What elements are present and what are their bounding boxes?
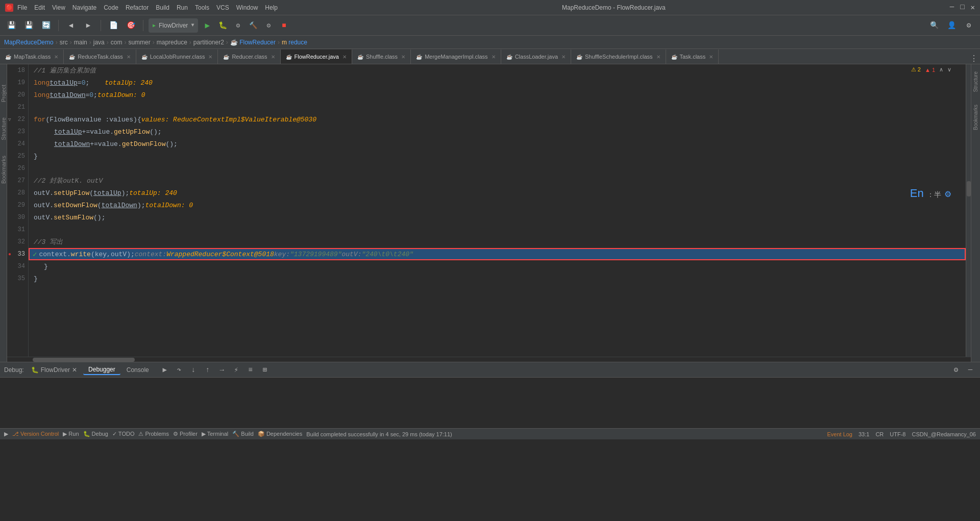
bc-java[interactable]: java: [93, 39, 105, 46]
expand-bottom-panel-icon[interactable]: ▶: [4, 431, 8, 437]
code-line-29[interactable]: outV. setDownFlow ( totalDown ); totalDo…: [29, 199, 966, 211]
sync-button[interactable]: 🔄: [39, 18, 53, 33]
save-all-button[interactable]: 💾: [21, 18, 36, 33]
save-button[interactable]: 💾: [4, 18, 18, 33]
tab-close-shufflescheduler[interactable]: ✕: [656, 54, 660, 60]
code-line-34[interactable]: }: [29, 260, 966, 272]
select-target-button[interactable]: 🎯: [124, 18, 138, 33]
project-panel-label[interactable]: Project: [1, 85, 7, 102]
bc-partitioner2[interactable]: partitioner2: [193, 39, 224, 46]
tab-close-mergemanager[interactable]: ✕: [492, 54, 496, 60]
scroll-thumb[interactable]: [967, 181, 971, 196]
search-button[interactable]: 🔍: [927, 18, 941, 33]
bc-mapreduce[interactable]: mapreduce: [157, 39, 187, 46]
title-bar-controls[interactable]: ─ □ ✕: [950, 3, 975, 12]
code-line-20[interactable]: long totalDown = 0 ; totalDown: 0: [29, 89, 966, 101]
code-line-25[interactable]: }: [29, 150, 966, 162]
debug-step-over-button[interactable]: ↷: [174, 364, 185, 376]
tab-close-task[interactable]: ✕: [709, 54, 713, 60]
user-button[interactable]: 👤: [944, 18, 959, 33]
debug-bottom-label[interactable]: 🐛 Debug: [83, 431, 108, 437]
minimize-button[interactable]: ─: [950, 3, 954, 12]
code-line-23[interactable]: totalUp += value. getUpFlow ();: [29, 126, 966, 138]
maximize-button[interactable]: □: [960, 3, 964, 12]
menu-tools[interactable]: Tools: [195, 4, 209, 11]
menu-window[interactable]: Window: [236, 4, 258, 11]
tab-task[interactable]: ☕ Task.class ✕: [666, 49, 719, 64]
tab-shufflescheduler[interactable]: ☕ ShuffleSchedulerImpl.class ✕: [571, 49, 666, 64]
settings-lang-icon[interactable]: ⚙: [944, 190, 951, 199]
menu-file[interactable]: File: [17, 4, 27, 11]
menu-edit[interactable]: Edit: [34, 4, 45, 11]
debug-close-icon[interactable]: ✕: [72, 366, 77, 374]
code-line-21[interactable]: [29, 101, 966, 113]
code-line-35[interactable]: }: [29, 272, 966, 285]
version-control-label[interactable]: ⎇ Version Control: [12, 431, 59, 437]
code-line-18[interactable]: //1 遍历集合累加值: [29, 64, 966, 77]
debug-tab-console[interactable]: Console: [121, 365, 154, 375]
bc-method[interactable]: m reduce: [282, 39, 307, 46]
menu-vcs[interactable]: VCS: [216, 4, 229, 11]
close-button[interactable]: ✕: [971, 3, 975, 12]
tab-localjobrunner[interactable]: ☕ LocalJobRunner.class ✕: [136, 49, 218, 64]
tab-close-reducetask[interactable]: ✕: [127, 54, 131, 60]
debug-frames-button[interactable]: ≡: [245, 364, 256, 376]
bc-summer[interactable]: summer: [128, 39, 150, 46]
code-line-30[interactable]: outV. setSumFlow ();: [29, 211, 966, 224]
back-button[interactable]: ◀: [64, 18, 78, 33]
tab-close-shuffle[interactable]: ✕: [401, 54, 405, 60]
run-config-dropdown-icon[interactable]: ▼: [191, 22, 194, 28]
tab-close-flowreducer[interactable]: ✕: [342, 54, 347, 60]
debug-settings-button[interactable]: ⚙: [950, 364, 962, 376]
debug-step-out-button[interactable]: ↑: [202, 364, 213, 376]
debug-threads-button[interactable]: ⊞: [259, 364, 271, 376]
code-line-32[interactable]: //3 写出: [29, 236, 966, 248]
tab-close-localjobrunner[interactable]: ✕: [208, 54, 212, 60]
tab-close-maptask[interactable]: ✕: [54, 54, 58, 60]
debug-tab-debugger[interactable]: Debugger: [83, 365, 120, 375]
tab-flowreducer[interactable]: ☕ FlowReducer.java ✕: [281, 49, 352, 64]
code-line-28[interactable]: outV. setUpFlow ( totalUp ); totalUp: 24…: [29, 187, 966, 199]
code-line-22[interactable]: for ( FlowBean value : values ) { values…: [29, 113, 966, 126]
debug-run-to-cursor-button[interactable]: →: [216, 364, 228, 376]
dependencies-label[interactable]: 📦 Dependencies: [258, 431, 302, 437]
structure-panel-label[interactable]: Structure: [1, 117, 7, 140]
run-button[interactable]: ▶: [201, 19, 213, 32]
horizontal-scrollbar[interactable]: [7, 357, 971, 362]
code-line-19[interactable]: long totalUp = 0 ; totalUp: 240: [29, 77, 966, 89]
build-label[interactable]: 🔨 Build: [232, 431, 254, 437]
problems-label[interactable]: ⚠ Problems: [138, 431, 169, 437]
minimap-scrollbar[interactable]: [966, 64, 971, 357]
tab-close-classloader[interactable]: ✕: [561, 54, 566, 60]
bc-class[interactable]: ☕ FlowReducer: [230, 39, 276, 46]
run-configuration[interactable]: ▶ FlowDriver ▼: [149, 18, 198, 33]
bookmarks-panel-right[interactable]: Bookmarks: [973, 105, 978, 130]
breakpoint-icon-33[interactable]: ●: [8, 252, 11, 257]
code-content[interactable]: ⚠ 2 ▲ 1 ∧ ∨ //1 遍历集合累加值 long totalUp = 0…: [29, 64, 966, 357]
menu-help[interactable]: Help: [265, 4, 278, 11]
terminal-label[interactable]: ▶ Terminal: [202, 431, 228, 437]
tab-classloader[interactable]: ☕ ClassLoader.java ✕: [501, 49, 571, 64]
debug-step-into-button[interactable]: ↓: [188, 364, 199, 376]
event-log-label[interactable]: Event Log: [827, 431, 852, 437]
menu-build[interactable]: Build: [156, 4, 169, 11]
menu-run[interactable]: Run: [177, 4, 188, 11]
tab-close-reducer[interactable]: ✕: [271, 54, 275, 60]
tab-reducer[interactable]: ☕ Reducer.class ✕: [218, 49, 280, 64]
debug-resume-button[interactable]: ▶: [159, 364, 170, 376]
bc-project[interactable]: MapReduceDemo: [4, 39, 54, 46]
code-line-33[interactable]: ✓ context. write ( key , outV ); context…: [29, 248, 966, 260]
run-label[interactable]: ▶ Run: [63, 431, 79, 437]
debug-minimize-button[interactable]: ─: [965, 364, 976, 376]
stop-button[interactable]: ■: [278, 19, 290, 32]
tab-reducetask[interactable]: ☕ ReduceTask.class ✕: [64, 49, 136, 64]
tab-mergemanager[interactable]: ☕ MergeManagerImpl.class ✕: [411, 49, 501, 64]
h-scroll-thumb[interactable]: [33, 358, 135, 362]
coverage-button[interactable]: ⚙: [232, 19, 244, 32]
todo-label[interactable]: ✓ TODO: [112, 431, 134, 437]
recent-files-button[interactable]: 📄: [106, 18, 120, 33]
code-line-31[interactable]: [29, 224, 966, 236]
profiler-label[interactable]: ⚙ Profiler: [173, 431, 198, 437]
menu-refactor[interactable]: Refactor: [126, 4, 149, 11]
menu-navigate[interactable]: Navigate: [72, 4, 96, 11]
